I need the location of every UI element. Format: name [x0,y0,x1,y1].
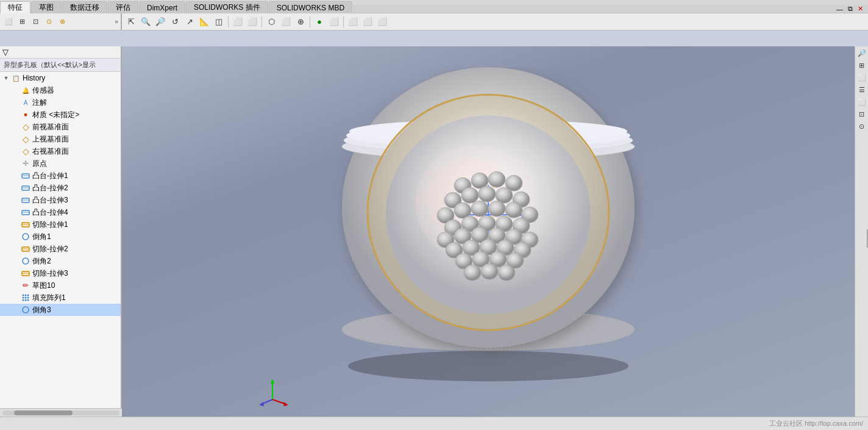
label-fillet1: 倒角1 [32,232,51,242]
lt-btn-1[interactable]: ⬜ [2,16,15,28]
icon-boss4 [21,207,30,217]
minimize-btn[interactable]: — [834,5,845,13]
svg-point-21 [27,297,29,299]
scrollbar-track[interactable] [2,410,119,415]
svg-rect-4 [22,198,29,202]
tabs-row: 特征 草图 数据迁移 评估 DimXpert SOLIDWORKS 插件 SOL… [0,0,868,13]
icon-fillet1 [21,232,30,242]
tree-item-cut2[interactable]: 切除-拉伸2 [0,243,121,255]
tab-evaluate[interactable]: 评估 [108,1,138,13]
tb-display1[interactable]: ⬡ [265,15,278,29]
svg-point-78 [498,265,515,281]
tab-dimxpert[interactable]: DimXpert [139,1,185,13]
viewport[interactable] [122,46,855,430]
expand-fillet1 [12,233,20,240]
tb-view[interactable]: ⬜ [231,15,244,29]
tb-shade[interactable]: ⬜ [246,15,259,29]
rp-btn-7[interactable]: ⊙ [856,121,867,132]
tree-item-boss2[interactable]: 凸台-拉伸2 [0,182,121,194]
tree-item-fillet1[interactable]: 倒角1 [0,231,121,243]
svg-point-52 [471,201,488,217]
tb-zoom-fit[interactable]: ⇱ [124,15,138,29]
window-controls-area: — ⧉ ✕ [353,5,868,13]
tree-item-fill-array[interactable]: 填充阵列1 [0,292,121,304]
tree-item-fillet2[interactable]: 倒角2 [0,255,121,267]
expand-origin [12,160,20,167]
scrollbar-thumb[interactable] [14,410,73,415]
tb-tools3[interactable]: ⬜ [375,15,389,29]
tab-sw-plugins[interactable]: SOLIDWORKS 插件 [186,1,268,13]
lt-btn-3[interactable]: ⊡ [29,16,41,28]
restore-btn[interactable]: ⧉ [845,5,855,13]
expand-fill-array [12,294,20,301]
tree-item-sensor[interactable]: 🔔 传感器 [0,84,121,96]
more-btn[interactable]: » [115,18,118,25]
svg-marker-81 [271,379,274,384]
tb-rotate[interactable]: ↺ [168,15,182,29]
svg-point-13 [23,258,29,264]
tb-zoom-in[interactable]: 🔍 [139,15,152,29]
rp-btn-2[interactable]: ⊞ [856,60,867,71]
axis-indicator [256,375,286,406]
icon-boss1 [21,171,30,181]
expand-fillet2 [12,257,20,265]
bottom-scrollbar[interactable] [0,408,122,417]
sep3 [310,16,310,27]
svg-point-53 [488,201,505,217]
tree-item-right[interactable]: ◇ 右视基准面 [0,145,121,157]
tab-sw-mbd[interactable]: SOLIDWORKS MBD [269,1,352,13]
expand-history[interactable]: ▼ [2,74,10,82]
tree-item-history[interactable]: ▼ 📋 History [0,72,121,84]
lt-btn-4[interactable]: ⊙ [43,16,55,28]
tb-section[interactable]: ◫ [212,15,226,29]
svg-marker-85 [259,402,264,406]
status-bar: 工业云社区 http://top.caxa.com/ [0,417,868,430]
icon-cut3 [21,268,30,278]
tree-item-cut1[interactable]: 切除-拉伸1 [0,218,121,231]
feature-tree[interactable]: ▼ 📋 History 🔔 传感器 A 注解 ■ 材质 <未指定> [0,72,121,430]
close-btn[interactable]: ✕ [855,5,866,13]
label-boss2: 凸台-拉伸2 [32,183,68,193]
tree-item-front[interactable]: ◇ 前视基准面 [0,121,121,133]
expand-cut2 [12,245,20,253]
svg-point-20 [25,297,27,299]
tree-item-sketch10[interactable]: ✏ 草图10 [0,279,121,292]
expand-front [12,123,20,131]
tree-item-annotation[interactable]: A 注解 [0,96,121,109]
tree-item-material[interactable]: ■ 材质 <未指定> [0,109,121,121]
left-panel: ▽ 异型多孔板（默认<<默认>显示 ▼ 📋 History 🔔 传感器 A 注解 [0,46,122,430]
rp-btn-3[interactable]: ⬜ [856,72,867,83]
tree-item-top[interactable]: ◇ 上视基准面 [0,133,121,145]
tb-zoom-out[interactable]: 🔎 [154,15,167,29]
rp-btn-5[interactable]: ⬜ [856,96,867,107]
tb-tools1[interactable]: ⬜ [346,15,360,29]
expand-boss4 [12,209,20,216]
tb-tools2[interactable]: ⬜ [361,15,374,29]
combined-toolbar: ⬜ ⊞ ⊡ ⊙ ⊗ » ⇱ 🔍 🔎 ↺ ↗ 📐 ◫ ⬜ ⬜ ⬡ ⬜ ⊕ ● ⬜ [0,13,868,30]
icon-fillet2 [21,256,30,266]
tree-item-cut3[interactable]: 切除-拉伸3 [0,267,121,279]
tab-features[interactable]: 特征 [0,1,30,13]
tree-item-fillet3[interactable]: 倒角3 [0,304,121,316]
tb-color[interactable]: ● [313,15,326,29]
tb-display2[interactable]: ⬜ [279,15,293,29]
tb-display3[interactable]: ⊕ [294,15,307,29]
icon-fillet3 [21,305,30,315]
lt-btn-2[interactable]: ⊞ [16,16,28,28]
rp-btn-4[interactable]: ☰ [856,84,867,95]
tree-item-origin[interactable]: ✛ 原点 [0,157,121,170]
rp-btn-6[interactable]: ⊡ [856,109,867,120]
tree-item-boss3[interactable]: 凸台-拉伸3 [0,194,121,206]
tb-select[interactable]: ↗ [183,15,196,29]
tab-data-migration[interactable]: 数据迁移 [62,1,107,13]
label-fillet2: 倒角2 [32,256,51,267]
svg-point-22 [23,299,24,301]
rp-btn-1[interactable]: 🔎 [856,48,867,59]
tree-item-boss4[interactable]: 凸台-拉伸4 [0,206,121,218]
tree-item-boss1[interactable]: 凸台-拉伸1 [0,170,121,182]
tab-sketch[interactable]: 草图 [31,1,62,13]
tb-material[interactable]: ⬜ [327,15,341,29]
label-sensor: 传感器 [32,85,54,96]
lt-btn-5[interactable]: ⊗ [56,16,68,28]
tb-measure[interactable]: 📐 [197,15,211,29]
